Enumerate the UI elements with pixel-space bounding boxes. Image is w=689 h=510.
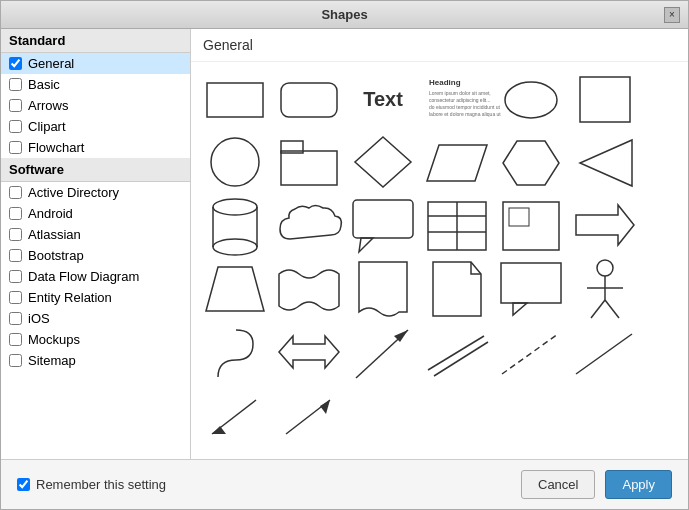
shapes-row-5 — [201, 324, 678, 379]
sidebar-item-basic[interactable]: Basic — [1, 74, 190, 95]
sidebar-item-mockups[interactable]: Mockups — [1, 329, 190, 350]
checkbox-data-flow[interactable] — [9, 270, 22, 283]
checkbox-arrows[interactable] — [9, 99, 22, 112]
shape-hexagon[interactable] — [497, 135, 565, 190]
section-standard: Standard — [1, 29, 190, 53]
shape-arrow-right[interactable] — [571, 198, 639, 253]
svg-line-41 — [428, 336, 484, 370]
sidebar-item-general[interactable]: General — [1, 53, 190, 74]
sidebar-item-android[interactable]: Android — [1, 203, 190, 224]
shape-trapezoid[interactable] — [201, 261, 269, 316]
shape-rectangle[interactable] — [201, 72, 269, 127]
sidebar-item-bootstrap[interactable]: Bootstrap — [1, 245, 190, 266]
svg-text:labore et dolore magna aliqua : labore et dolore magna aliqua ut — [429, 111, 501, 117]
label-flowchart: Flowchart — [28, 140, 84, 155]
shape-dashed-line[interactable] — [497, 324, 565, 379]
label-general: General — [28, 56, 74, 71]
label-android: Android — [28, 206, 73, 221]
label-data-flow: Data Flow Diagram — [28, 269, 139, 284]
shape-double-arrow[interactable] — [275, 324, 343, 379]
svg-line-44 — [576, 334, 632, 374]
sidebar-item-flowchart[interactable]: Flowchart — [1, 137, 190, 158]
shape-cloud[interactable] — [275, 198, 343, 253]
shapes-row-3 — [201, 198, 678, 253]
shape-arrow-small-right[interactable] — [275, 387, 343, 442]
shape-s-curve[interactable] — [201, 324, 269, 379]
sidebar-item-sitemap[interactable]: Sitemap — [1, 350, 190, 371]
label-sitemap: Sitemap — [28, 353, 76, 368]
remember-section: Remember this setting — [17, 477, 166, 492]
checkbox-atlassian[interactable] — [9, 228, 22, 241]
svg-rect-8 — [580, 77, 630, 122]
shape-wave[interactable] — [275, 261, 343, 316]
svg-rect-1 — [281, 83, 337, 117]
shape-person[interactable] — [571, 261, 639, 316]
shape-rounded-rect[interactable] — [275, 72, 343, 127]
checkbox-general[interactable] — [9, 57, 22, 70]
close-button[interactable]: × — [664, 7, 680, 23]
checkbox-basic[interactable] — [9, 78, 22, 91]
sidebar-item-arrows[interactable]: Arrows — [1, 95, 190, 116]
svg-rect-31 — [501, 263, 561, 303]
shape-rect-small[interactable] — [497, 198, 565, 253]
sidebar-item-ios[interactable]: iOS — [1, 308, 190, 329]
svg-point-16 — [213, 199, 257, 215]
checkbox-mockups[interactable] — [9, 333, 22, 346]
shape-cylinder[interactable] — [201, 198, 269, 253]
shape-rectangle-outline[interactable] — [571, 72, 639, 127]
shape-arrow-small-left[interactable] — [201, 387, 269, 442]
checkbox-ios[interactable] — [9, 312, 22, 325]
sidebar-item-entity-relation[interactable]: Entity Relation — [1, 287, 190, 308]
shape-parallelogram[interactable] — [423, 135, 491, 190]
sidebar-item-active-directory[interactable]: Active Directory — [1, 182, 190, 203]
footer: Remember this setting Cancel Apply — [1, 459, 688, 509]
remember-checkbox[interactable] — [17, 478, 30, 491]
shape-circle[interactable] — [201, 135, 269, 190]
shapes-row-1: Text Heading Lorem ipsum dolor sit amet,… — [201, 72, 678, 127]
shapes-row-4 — [201, 261, 678, 316]
checkbox-active-directory[interactable] — [9, 186, 22, 199]
shape-diamond[interactable] — [349, 135, 417, 190]
svg-marker-12 — [355, 137, 411, 187]
svg-line-43 — [502, 334, 558, 374]
checkbox-bootstrap[interactable] — [9, 249, 22, 262]
shape-text-block[interactable]: Heading Lorem ipsum dolor sit amet, cons… — [423, 72, 491, 127]
svg-point-9 — [211, 138, 259, 186]
sidebar-item-data-flow[interactable]: Data Flow Diagram — [1, 266, 190, 287]
checkbox-flowchart[interactable] — [9, 141, 22, 154]
svg-marker-29 — [206, 267, 264, 311]
sidebar-scroll[interactable]: Standard General Basic Arrows Clipart — [1, 29, 190, 459]
shape-speech-bubble[interactable] — [497, 261, 565, 316]
checkbox-android[interactable] — [9, 207, 22, 220]
label-ios: iOS — [28, 311, 50, 326]
svg-point-7 — [505, 82, 557, 118]
checkbox-sitemap[interactable] — [9, 354, 22, 367]
svg-rect-20 — [353, 200, 413, 238]
shape-arrow-diagonal[interactable] — [349, 324, 417, 379]
svg-marker-46 — [212, 426, 226, 434]
shapes-grid[interactable]: Text Heading Lorem ipsum dolor sit amet,… — [191, 62, 688, 459]
shape-rect-tab[interactable] — [275, 135, 343, 190]
label-entity-relation: Entity Relation — [28, 290, 112, 305]
apply-button[interactable]: Apply — [605, 470, 672, 499]
sidebar-item-clipart[interactable]: Clipart — [1, 116, 190, 137]
svg-marker-30 — [433, 262, 481, 316]
shape-callout[interactable] — [349, 198, 417, 253]
cancel-button[interactable]: Cancel — [521, 470, 595, 499]
svg-marker-28 — [576, 205, 634, 245]
checkbox-entity-relation[interactable] — [9, 291, 22, 304]
label-arrows: Arrows — [28, 98, 68, 113]
shape-text[interactable]: Text — [349, 72, 417, 127]
shape-ellipse[interactable] — [497, 72, 565, 127]
shape-table[interactable] — [423, 198, 491, 253]
checkbox-clipart[interactable] — [9, 120, 22, 133]
shape-line[interactable] — [571, 324, 639, 379]
shape-triangle[interactable] — [571, 135, 639, 190]
sidebar: Standard General Basic Arrows Clipart — [1, 29, 191, 459]
shape-page[interactable] — [423, 261, 491, 316]
sidebar-item-atlassian[interactable]: Atlassian — [1, 224, 190, 245]
remember-label[interactable]: Remember this setting — [36, 477, 166, 492]
shape-document[interactable] — [349, 261, 417, 316]
shape-double-lines[interactable] — [423, 324, 491, 379]
label-basic: Basic — [28, 77, 60, 92]
